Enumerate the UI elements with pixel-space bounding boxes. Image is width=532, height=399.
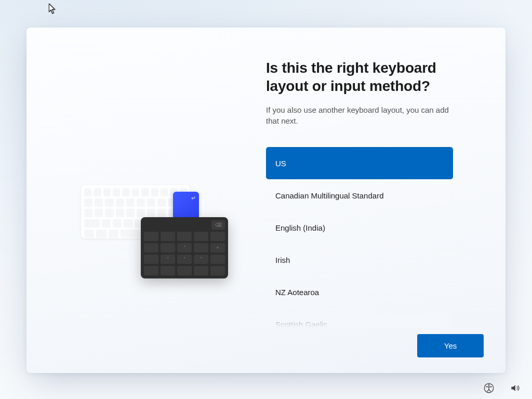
keyboard-option-us[interactable]: US: [266, 147, 453, 179]
keyboard-dark-icon: ⌫ ˄+ ˂˅˃: [141, 217, 228, 278]
option-label: US: [275, 159, 286, 168]
option-label: Scottish Gaelic: [275, 320, 327, 328]
volume-icon[interactable]: [509, 382, 521, 394]
option-label: Canadian Multilingual Standard: [275, 191, 383, 200]
option-label: Irish: [275, 256, 290, 264]
accessibility-icon[interactable]: [483, 382, 495, 394]
content-pane: Is this the right keyboard layout or inp…: [266, 28, 506, 373]
cursor-icon: [49, 4, 56, 14]
svg-point-0: [488, 384, 490, 386]
bottom-icon-bar: [483, 382, 521, 394]
page-title: Is this the right keyboard layout or inp…: [266, 59, 474, 95]
option-label: NZ Aotearoa: [275, 288, 319, 297]
keyboard-option-scottish-gaelic[interactable]: Scottish Gaelic: [266, 308, 453, 328]
keyboard-option-english-india[interactable]: English (India): [266, 211, 453, 244]
keyboard-option-nz-aotearoa[interactable]: NZ Aotearoa: [266, 276, 453, 308]
enter-glyph-icon: ↵: [191, 195, 196, 202]
keyboard-layout-list[interactable]: US Canadian Multilingual Standard Englis…: [266, 147, 453, 328]
yes-button[interactable]: Yes: [417, 334, 484, 357]
option-label: English (India): [275, 223, 325, 232]
oobe-card: ↵ ⌫ ˄+ ˂˅˃ Is this the right keyboard la…: [26, 28, 506, 373]
keyboard-option-irish[interactable]: Irish: [266, 244, 453, 276]
keyboard-illustration: ↵ ⌫ ˄+ ˂˅˃: [81, 156, 232, 281]
keyboard-option-canadian-multilingual[interactable]: Canadian Multilingual Standard: [266, 179, 453, 211]
page-subtitle: If you also use another keyboard layout,…: [266, 104, 458, 126]
illustration-pane: ↵ ⌫ ˄+ ˂˅˃: [26, 28, 266, 373]
